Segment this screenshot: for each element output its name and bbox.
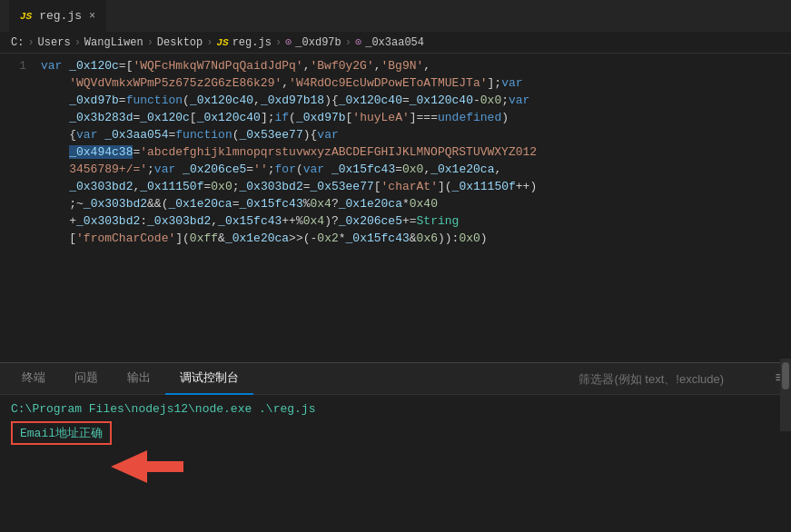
breadcrumb-0x3aa054: _0x3aa054 bbox=[365, 36, 424, 49]
panel-tabs: 终端 问题 输出 调试控制台 ≡ bbox=[0, 363, 791, 395]
breadcrumb-regjs: reg.js bbox=[232, 36, 272, 49]
code-editor: 1 var _0x120c=['WQFcHmkqW7NdPqQaidJdPq',… bbox=[0, 54, 791, 362]
breadcrumb-desktop: Desktop bbox=[157, 36, 203, 49]
breadcrumb-c: C: bbox=[11, 36, 24, 49]
console-command: C:\Program Files\nodejs12\node.exe .\reg… bbox=[11, 402, 780, 416]
editor-tab[interactable]: JS reg.js × bbox=[9, 0, 106, 32]
breadcrumb-sym2: ⊙ bbox=[355, 35, 361, 49]
title-bar: JS reg.js × bbox=[0, 0, 791, 32]
breadcrumb-0xd97b: _0xd97b bbox=[295, 36, 341, 49]
tab-debug-console[interactable]: 调试控制台 bbox=[165, 363, 253, 395]
svg-marker-0 bbox=[111, 450, 183, 483]
code-line-1: 1 var _0x120c=['WQFcHmkqW7NdPqQaidJdPq',… bbox=[0, 57, 791, 247]
breadcrumb-js-icon: JS bbox=[216, 37, 228, 48]
scrollbar[interactable] bbox=[780, 359, 791, 431]
breadcrumb-sym1: ⊙ bbox=[285, 35, 292, 49]
arrow-indicator bbox=[11, 448, 780, 494]
tab-terminal[interactable]: 终端 bbox=[7, 363, 60, 395]
js-file-icon: JS bbox=[20, 11, 32, 22]
panel-filter: ≡ bbox=[578, 370, 784, 387]
filter-input[interactable] bbox=[578, 372, 760, 386]
tab-filename: reg.js bbox=[39, 9, 82, 23]
breadcrumb: C: › Users › WangLiwen › Desktop › JS re… bbox=[0, 32, 791, 54]
console-area: C:\Program Files\nodejs12\node.exe .\reg… bbox=[0, 395, 791, 501]
red-arrow-icon bbox=[111, 448, 183, 494]
console-output: Email地址正确 bbox=[11, 421, 112, 445]
panel-area: 终端 问题 输出 调试控制台 ≡ C:\Program Files\nodejs… bbox=[0, 362, 791, 501]
breadcrumb-users: Users bbox=[38, 36, 71, 49]
tab-close-button[interactable]: × bbox=[89, 10, 95, 23]
breadcrumb-wangliwen: WangLiwen bbox=[84, 36, 143, 49]
tab-output[interactable]: 输出 bbox=[113, 363, 165, 395]
scrollbar-thumb[interactable] bbox=[782, 362, 789, 389]
tab-problems[interactable]: 问题 bbox=[60, 363, 113, 395]
